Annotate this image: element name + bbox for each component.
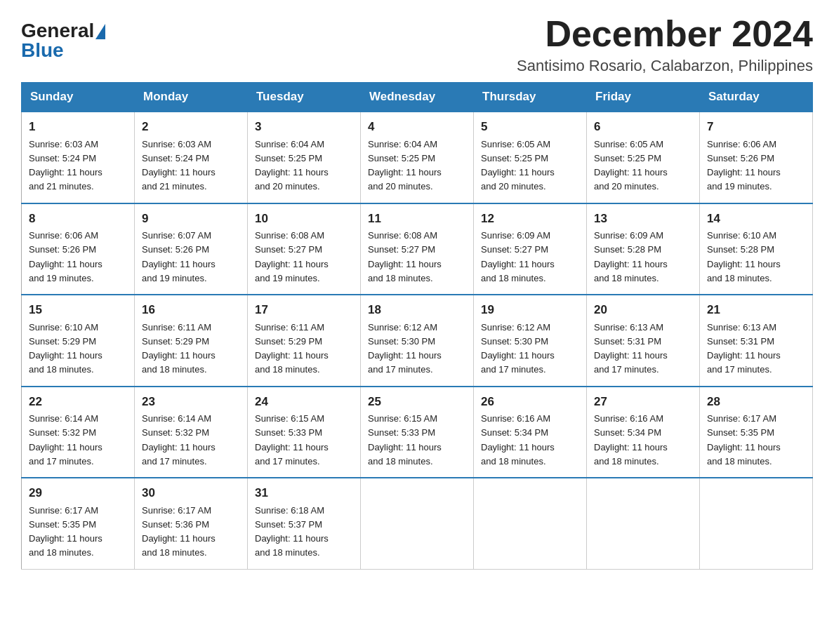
day-info: Sunrise: 6:18 AMSunset: 5:37 PMDaylight:… xyxy=(255,505,329,558)
calendar-cell: 12 Sunrise: 6:09 AMSunset: 5:27 PMDaylig… xyxy=(474,203,587,295)
page-header: General Blue December 2024 Santisimo Ros… xyxy=(21,14,813,75)
calendar-week-row: 22 Sunrise: 6:14 AMSunset: 5:32 PMDaylig… xyxy=(22,387,813,478)
calendar-cell xyxy=(474,478,587,569)
calendar-cell: 7 Sunrise: 6:06 AMSunset: 5:26 PMDayligh… xyxy=(700,112,813,203)
day-number: 24 xyxy=(255,393,353,411)
day-number: 4 xyxy=(368,118,466,136)
day-info: Sunrise: 6:14 AMSunset: 5:32 PMDaylight:… xyxy=(142,413,216,467)
calendar-cell: 27 Sunrise: 6:16 AMSunset: 5:34 PMDaylig… xyxy=(587,387,700,478)
day-number: 10 xyxy=(255,210,353,228)
header-saturday: Saturday xyxy=(700,83,813,112)
day-info: Sunrise: 6:11 AMSunset: 5:29 PMDaylight:… xyxy=(255,322,329,375)
calendar-week-row: 29 Sunrise: 6:17 AMSunset: 5:35 PMDaylig… xyxy=(22,478,813,569)
day-number: 11 xyxy=(368,210,466,228)
calendar-cell: 4 Sunrise: 6:04 AMSunset: 5:25 PMDayligh… xyxy=(361,112,474,203)
calendar-cell: 25 Sunrise: 6:15 AMSunset: 5:33 PMDaylig… xyxy=(361,387,474,478)
day-number: 18 xyxy=(368,301,466,319)
calendar-cell: 13 Sunrise: 6:09 AMSunset: 5:28 PMDaylig… xyxy=(587,203,700,295)
day-number: 17 xyxy=(255,301,353,319)
day-info: Sunrise: 6:15 AMSunset: 5:33 PMDaylight:… xyxy=(368,413,442,467)
day-info: Sunrise: 6:17 AMSunset: 5:35 PMDaylight:… xyxy=(29,505,102,558)
day-number: 31 xyxy=(255,484,353,502)
calendar-cell: 3 Sunrise: 6:04 AMSunset: 5:25 PMDayligh… xyxy=(248,112,361,203)
day-info: Sunrise: 6:16 AMSunset: 5:34 PMDaylight:… xyxy=(594,413,668,467)
day-number: 30 xyxy=(142,484,240,502)
calendar-cell: 22 Sunrise: 6:14 AMSunset: 5:32 PMDaylig… xyxy=(22,387,135,478)
title-block: December 2024 Santisimo Rosario, Calabar… xyxy=(517,14,813,75)
calendar-cell: 2 Sunrise: 6:03 AMSunset: 5:24 PMDayligh… xyxy=(135,112,248,203)
day-info: Sunrise: 6:10 AMSunset: 5:28 PMDaylight:… xyxy=(707,230,781,283)
day-info: Sunrise: 6:08 AMSunset: 5:27 PMDaylight:… xyxy=(368,230,442,283)
calendar-cell: 5 Sunrise: 6:05 AMSunset: 5:25 PMDayligh… xyxy=(474,112,587,203)
day-number: 19 xyxy=(481,301,579,319)
calendar-cell: 18 Sunrise: 6:12 AMSunset: 5:30 PMDaylig… xyxy=(361,295,474,387)
day-info: Sunrise: 6:11 AMSunset: 5:29 PMDaylight:… xyxy=(142,322,216,375)
calendar-cell: 31 Sunrise: 6:18 AMSunset: 5:37 PMDaylig… xyxy=(248,478,361,569)
day-number: 28 xyxy=(707,393,805,411)
calendar-cell xyxy=(361,478,474,569)
day-info: Sunrise: 6:06 AMSunset: 5:26 PMDaylight:… xyxy=(29,230,102,283)
day-number: 25 xyxy=(368,393,466,411)
calendar-table: Sunday Monday Tuesday Wednesday Thursday… xyxy=(21,82,813,570)
day-info: Sunrise: 6:09 AMSunset: 5:28 PMDaylight:… xyxy=(594,230,668,283)
day-number: 20 xyxy=(594,301,692,319)
day-info: Sunrise: 6:12 AMSunset: 5:30 PMDaylight:… xyxy=(368,322,442,375)
calendar-week-row: 15 Sunrise: 6:10 AMSunset: 5:29 PMDaylig… xyxy=(22,295,813,387)
day-info: Sunrise: 6:07 AMSunset: 5:26 PMDaylight:… xyxy=(142,230,216,283)
calendar-cell: 20 Sunrise: 6:13 AMSunset: 5:31 PMDaylig… xyxy=(587,295,700,387)
day-info: Sunrise: 6:15 AMSunset: 5:33 PMDaylight:… xyxy=(255,413,329,467)
calendar-cell: 15 Sunrise: 6:10 AMSunset: 5:29 PMDaylig… xyxy=(22,295,135,387)
day-number: 12 xyxy=(481,210,579,228)
calendar-cell: 16 Sunrise: 6:11 AMSunset: 5:29 PMDaylig… xyxy=(135,295,248,387)
day-number: 22 xyxy=(29,393,127,411)
day-info: Sunrise: 6:04 AMSunset: 5:25 PMDaylight:… xyxy=(368,139,442,192)
day-info: Sunrise: 6:05 AMSunset: 5:25 PMDaylight:… xyxy=(481,139,555,192)
calendar-cell: 30 Sunrise: 6:17 AMSunset: 5:36 PMDaylig… xyxy=(135,478,248,569)
calendar-cell: 24 Sunrise: 6:15 AMSunset: 5:33 PMDaylig… xyxy=(248,387,361,478)
day-number: 6 xyxy=(594,118,692,136)
calendar-cell: 1 Sunrise: 6:03 AMSunset: 5:24 PMDayligh… xyxy=(22,112,135,203)
day-info: Sunrise: 6:17 AMSunset: 5:35 PMDaylight:… xyxy=(707,413,781,467)
day-number: 9 xyxy=(142,210,240,228)
header-tuesday: Tuesday xyxy=(248,83,361,112)
day-info: Sunrise: 6:03 AMSunset: 5:24 PMDaylight:… xyxy=(142,139,216,192)
calendar-cell: 6 Sunrise: 6:05 AMSunset: 5:25 PMDayligh… xyxy=(587,112,700,203)
calendar-cell: 26 Sunrise: 6:16 AMSunset: 5:34 PMDaylig… xyxy=(474,387,587,478)
calendar-cell xyxy=(700,478,813,569)
calendar-cell: 23 Sunrise: 6:14 AMSunset: 5:32 PMDaylig… xyxy=(135,387,248,478)
day-info: Sunrise: 6:08 AMSunset: 5:27 PMDaylight:… xyxy=(255,230,329,283)
day-number: 8 xyxy=(29,210,127,228)
day-info: Sunrise: 6:17 AMSunset: 5:36 PMDaylight:… xyxy=(142,505,216,558)
day-number: 2 xyxy=(142,118,240,136)
calendar-cell xyxy=(587,478,700,569)
calendar-title: December 2024 xyxy=(517,14,813,54)
day-info: Sunrise: 6:13 AMSunset: 5:31 PMDaylight:… xyxy=(707,322,781,375)
calendar-cell: 19 Sunrise: 6:12 AMSunset: 5:30 PMDaylig… xyxy=(474,295,587,387)
day-number: 3 xyxy=(255,118,353,136)
day-number: 14 xyxy=(707,210,805,228)
day-info: Sunrise: 6:16 AMSunset: 5:34 PMDaylight:… xyxy=(481,413,555,467)
calendar-week-row: 8 Sunrise: 6:06 AMSunset: 5:26 PMDayligh… xyxy=(22,203,813,295)
logo: General Blue xyxy=(21,21,105,60)
calendar-cell: 10 Sunrise: 6:08 AMSunset: 5:27 PMDaylig… xyxy=(248,203,361,295)
header-monday: Monday xyxy=(135,83,248,112)
day-number: 29 xyxy=(29,484,127,502)
day-info: Sunrise: 6:14 AMSunset: 5:32 PMDaylight:… xyxy=(29,413,102,467)
day-info: Sunrise: 6:10 AMSunset: 5:29 PMDaylight:… xyxy=(29,322,102,375)
calendar-cell: 9 Sunrise: 6:07 AMSunset: 5:26 PMDayligh… xyxy=(135,203,248,295)
logo-general-text: General xyxy=(21,21,94,41)
day-number: 27 xyxy=(594,393,692,411)
day-info: Sunrise: 6:06 AMSunset: 5:26 PMDaylight:… xyxy=(707,139,781,192)
logo-blue-text: Blue xyxy=(21,41,105,60)
calendar-cell: 17 Sunrise: 6:11 AMSunset: 5:29 PMDaylig… xyxy=(248,295,361,387)
calendar-cell: 11 Sunrise: 6:08 AMSunset: 5:27 PMDaylig… xyxy=(361,203,474,295)
calendar-cell: 29 Sunrise: 6:17 AMSunset: 5:35 PMDaylig… xyxy=(22,478,135,569)
calendar-cell: 21 Sunrise: 6:13 AMSunset: 5:31 PMDaylig… xyxy=(700,295,813,387)
day-number: 16 xyxy=(142,301,240,319)
calendar-header-row: Sunday Monday Tuesday Wednesday Thursday… xyxy=(22,83,813,112)
day-number: 26 xyxy=(481,393,579,411)
header-sunday: Sunday xyxy=(22,83,135,112)
day-number: 1 xyxy=(29,118,127,136)
calendar-cell: 14 Sunrise: 6:10 AMSunset: 5:28 PMDaylig… xyxy=(700,203,813,295)
day-number: 23 xyxy=(142,393,240,411)
